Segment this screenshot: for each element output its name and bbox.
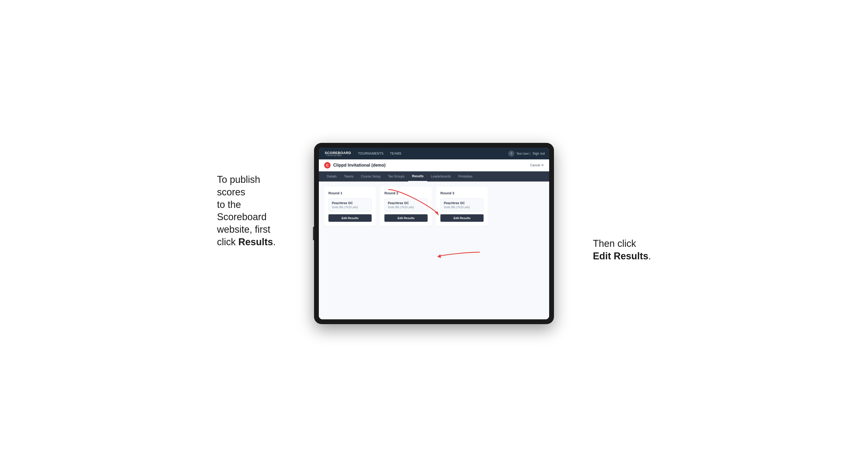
round-3-course-details: Gold (M) (7010 yds) bbox=[444, 206, 480, 209]
tournament-header: C Clippd Invitational (demo) Cancel ✕ bbox=[319, 159, 549, 172]
round-2-course-name: Peachtree GC bbox=[388, 201, 424, 205]
cancel-label: Cancel bbox=[530, 163, 540, 167]
content-area: Round 1 Peachtree GC Gold (M) (7010 yds)… bbox=[319, 182, 549, 319]
top-nav: SCOREBOARD Powered by clippd TOURNAMENTS… bbox=[319, 148, 549, 159]
instruction-right-line-1: Then click bbox=[593, 238, 636, 249]
instruction-line-2: to the Scoreboard bbox=[217, 199, 267, 223]
signout-link[interactable]: Sign out bbox=[533, 152, 545, 155]
tab-teams[interactable]: Teams bbox=[340, 172, 357, 182]
cancel-button[interactable]: Cancel ✕ bbox=[530, 163, 544, 167]
page-wrapper: To publish scores to the Scoreboard webs… bbox=[217, 143, 651, 324]
instruction-right-suffix: . bbox=[648, 251, 651, 261]
round-2-card: Round 2 Peachtree GC Gold (M) (7010 yds)… bbox=[380, 187, 432, 226]
round-2-course-details: Gold (M) (7010 yds) bbox=[388, 206, 424, 209]
round-3-course-name: Peachtree GC bbox=[444, 201, 480, 205]
tab-results[interactable]: Results bbox=[408, 172, 427, 182]
tab-leaderboards[interactable]: Leaderboards bbox=[427, 172, 455, 182]
empty-column bbox=[492, 187, 544, 226]
nav-links: TOURNAMENTS TEAMS bbox=[358, 152, 401, 155]
tournament-icon: C bbox=[324, 162, 331, 168]
cancel-icon: ✕ bbox=[541, 163, 544, 167]
round-1-card: Round 1 Peachtree GC Gold (M) (7010 yds)… bbox=[324, 187, 376, 226]
round-3-card: Round 3 Peachtree GC Gold (M) (7010 yds)… bbox=[436, 187, 488, 226]
instruction-results-bold: Results bbox=[238, 237, 273, 247]
tab-tee-groups[interactable]: Tee Groups bbox=[384, 172, 408, 182]
instruction-line-4-prefix: click bbox=[217, 237, 238, 247]
edit-results-round-2-button[interactable]: Edit Results bbox=[384, 214, 428, 222]
round-2-course-card: Peachtree GC Gold (M) (7010 yds) bbox=[384, 198, 428, 212]
tournament-title: Clippd Invitational (demo) bbox=[333, 163, 385, 168]
nav-teams[interactable]: TEAMS bbox=[390, 152, 401, 155]
nav-tournaments[interactable]: TOURNAMENTS bbox=[358, 152, 383, 155]
instruction-right: Then click Edit Results. bbox=[593, 238, 651, 262]
instruction-line-3: website, first bbox=[217, 224, 270, 235]
round-1-course-card: Peachtree GC Gold (M) (7010 yds) bbox=[329, 198, 372, 212]
round-1-course-name: Peachtree GC bbox=[332, 201, 368, 205]
tablet-screen: SCOREBOARD Powered by clippd TOURNAMENTS… bbox=[319, 148, 549, 319]
user-avatar: T bbox=[508, 151, 514, 156]
edit-results-round-1-button[interactable]: Edit Results bbox=[329, 214, 372, 222]
tab-course-setup[interactable]: Course Setup bbox=[357, 172, 384, 182]
instruction-line-1: To publish scores bbox=[217, 174, 260, 197]
tablet-side-button bbox=[313, 227, 314, 240]
instruction-left: To publish scores to the Scoreboard webs… bbox=[217, 174, 286, 248]
tournament-title-container: C Clippd Invitational (demo) bbox=[324, 162, 385, 168]
tablet-device: SCOREBOARD Powered by clippd TOURNAMENTS… bbox=[314, 143, 554, 324]
round-1-course-details: Gold (M) (7010 yds) bbox=[332, 206, 368, 209]
edit-results-round-3-button[interactable]: Edit Results bbox=[440, 214, 484, 222]
round-2-title: Round 2 bbox=[384, 191, 428, 195]
round-3-course-card: Peachtree GC Gold (M) (7010 yds) bbox=[440, 198, 484, 212]
tab-details[interactable]: Details bbox=[323, 172, 340, 182]
nav-right: T Test User | Sign out bbox=[508, 151, 545, 156]
tab-nav: Details Teams Course Setup Tee Groups Re… bbox=[319, 172, 549, 182]
rounds-grid: Round 1 Peachtree GC Gold (M) (7010 yds)… bbox=[324, 187, 544, 226]
instruction-right-bold: Edit Results bbox=[593, 251, 648, 261]
logo-box: SCOREBOARD Powered by clippd bbox=[323, 150, 353, 157]
user-label: Test User | bbox=[516, 152, 530, 155]
round-1-title: Round 1 bbox=[329, 191, 372, 195]
scoreboard-logo: SCOREBOARD Powered by clippd bbox=[323, 150, 353, 157]
instruction-line-4-suffix: . bbox=[273, 237, 276, 247]
round-3-title: Round 3 bbox=[440, 191, 484, 195]
tab-printables[interactable]: Printables bbox=[455, 172, 476, 182]
